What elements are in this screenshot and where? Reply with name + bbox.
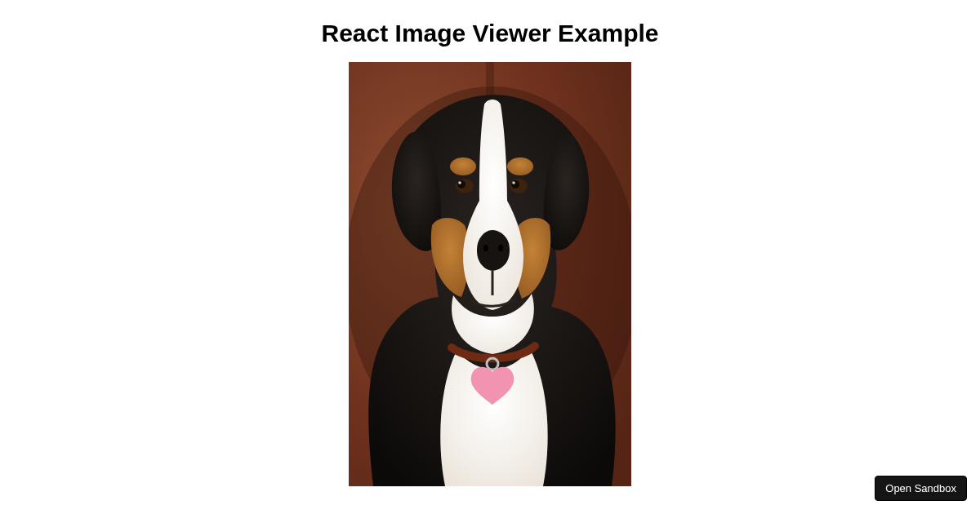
dog-photo bbox=[349, 62, 631, 486]
svg-point-11 bbox=[512, 181, 515, 184]
svg-point-10 bbox=[458, 181, 461, 184]
svg-point-9 bbox=[511, 180, 519, 188]
page-title: React Image Viewer Example bbox=[322, 20, 659, 47]
svg-point-5 bbox=[507, 157, 533, 175]
svg-point-12 bbox=[483, 245, 488, 251]
open-sandbox-button[interactable]: Open Sandbox bbox=[875, 476, 967, 501]
svg-point-13 bbox=[498, 245, 503, 251]
svg-point-4 bbox=[450, 157, 476, 175]
svg-point-8 bbox=[457, 180, 466, 188]
demo-page: React Image Viewer Example bbox=[0, 0, 980, 514]
image-viewer[interactable] bbox=[349, 62, 631, 486]
